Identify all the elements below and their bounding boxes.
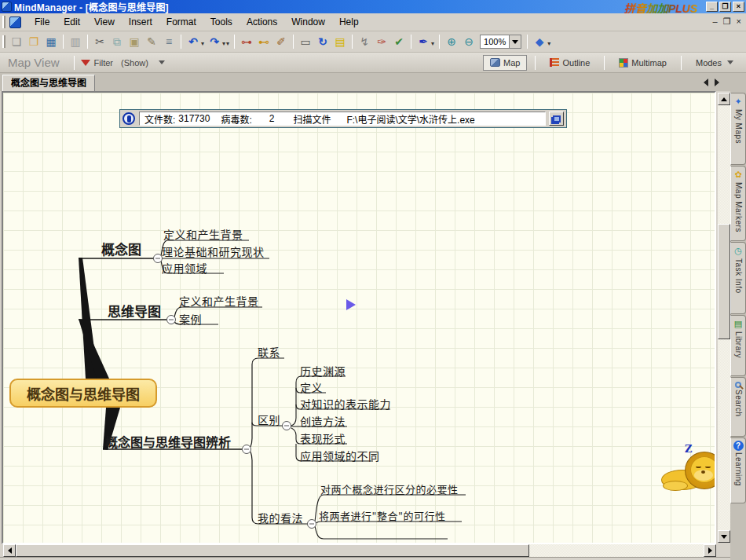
- collapse-toggle[interactable]: [308, 520, 316, 529]
- format-painter-icon[interactable]: ✎: [144, 34, 159, 49]
- close-button[interactable]: ×: [733, 2, 744, 12]
- topic[interactable]: 思维导图: [108, 301, 161, 320]
- subtopic[interactable]: 应用领域: [162, 260, 207, 276]
- scroll-up-icon[interactable]: [718, 93, 730, 105]
- show-dropdown-icon[interactable]: [159, 60, 165, 64]
- mdi-restore-button[interactable]: ❐: [723, 16, 731, 27]
- wrap-icon[interactable]: ↻: [315, 34, 331, 49]
- collapse-toggle[interactable]: [283, 422, 291, 430]
- open-icon[interactable]: ❐: [26, 34, 42, 49]
- subtopic[interactable]: 我的看法: [258, 510, 303, 525]
- subtopic[interactable]: 对知识的表示能力: [300, 396, 391, 412]
- menu-window[interactable]: Window: [284, 14, 332, 30]
- zoom-combobox[interactable]: 100%: [480, 35, 521, 49]
- menu-tools[interactable]: Tools: [203, 14, 240, 30]
- save-icon[interactable]: ▦: [43, 34, 59, 49]
- menu-help[interactable]: Help: [332, 14, 366, 30]
- menu-format[interactable]: Format: [159, 14, 203, 30]
- subtopic[interactable]: 定义和产生背景: [179, 293, 259, 309]
- zoom-dropdown-icon[interactable]: [509, 35, 521, 48]
- print-icon[interactable]: ▥: [68, 34, 83, 49]
- scroll-left-icon[interactable]: [3, 544, 16, 557]
- tools-icon[interactable]: ↯: [357, 34, 372, 49]
- notes-icon[interactable]: ✐: [273, 34, 289, 49]
- redo-dropdown-icon[interactable]: ▾: [222, 40, 225, 47]
- hyperlink-icon[interactable]: ⊶: [239, 34, 254, 49]
- mdi-minimize-button[interactable]: –: [713, 16, 718, 27]
- subtopic[interactable]: 区别: [258, 412, 280, 427]
- zoom-out-icon[interactable]: ⊖: [461, 34, 477, 49]
- cut-icon[interactable]: ✂: [92, 34, 108, 49]
- horizontal-scroll-thumb[interactable]: [16, 544, 529, 557]
- callout-icon[interactable]: ▤: [332, 34, 348, 49]
- mdi-close-button[interactable]: ×: [737, 16, 741, 27]
- multimap-view-button[interactable]: Multimap: [613, 56, 673, 70]
- menu-edit[interactable]: Edit: [57, 14, 87, 30]
- topic[interactable]: 概念图: [101, 239, 141, 258]
- show-dropdown[interactable]: (Show): [121, 58, 148, 68]
- scanner-restore-button[interactable]: [549, 112, 564, 126]
- subtopic[interactable]: 定义和产生背景: [163, 226, 243, 242]
- topic[interactable]: 概念图与思维导图辨析: [105, 432, 231, 451]
- vertical-scroll-thumb[interactable]: [718, 224, 730, 339]
- autoformat-icon[interactable]: ≡: [161, 34, 177, 49]
- subtopic[interactable]: 理论基础和研究现状: [162, 243, 265, 259]
- pen-icon[interactable]: ✒: [415, 34, 431, 49]
- edit-notes-icon[interactable]: ✑: [374, 34, 389, 49]
- vertical-scrollbar[interactable]: [718, 93, 730, 543]
- subtopic[interactable]: 创造方法: [300, 413, 346, 429]
- select-icon[interactable]: ▭: [298, 34, 313, 49]
- sidebar-tab-my-maps[interactable]: ✦ My Maps: [730, 93, 746, 165]
- modes-dropdown[interactable]: Modes: [689, 56, 740, 70]
- menu-view[interactable]: View: [87, 14, 122, 30]
- subtopic[interactable]: 定义: [300, 379, 323, 395]
- menu-file[interactable]: File: [27, 14, 57, 30]
- pen-dropdown-icon[interactable]: ▾: [431, 40, 434, 47]
- redo-icon[interactable]: ↷: [207, 34, 222, 49]
- collapse-toggle[interactable]: [167, 316, 176, 324]
- subtopic[interactable]: 联系: [258, 344, 280, 360]
- subtopic[interactable]: 案例: [179, 311, 202, 327]
- scroll-down-icon[interactable]: [718, 530, 730, 543]
- sidebar-tab-search[interactable]: Search: [730, 377, 746, 437]
- central-topic[interactable]: 概念图与思维导图: [9, 379, 157, 408]
- undo-dropdown-icon[interactable]: ▾: [201, 40, 204, 47]
- scroll-right-icon[interactable]: [704, 544, 716, 557]
- collapse-toggle[interactable]: [243, 445, 251, 454]
- sidebar-tab-task-info[interactable]: ◷ Task Info: [730, 242, 746, 314]
- tab-scroll-left-icon[interactable]: [704, 79, 708, 86]
- sidebar-tab-library[interactable]: ▤ Library: [730, 315, 746, 376]
- task-icon[interactable]: ✔: [391, 34, 407, 49]
- sidebar-tab-learning[interactable]: ? Learning: [730, 437, 746, 503]
- subtopic[interactable]: 将两者进行"整合"的可行性: [319, 508, 445, 523]
- filter-button[interactable]: Filter: [94, 58, 113, 68]
- subtopic[interactable]: 对两个概念进行区分的必要性: [320, 481, 459, 496]
- tab-scroll-right-icon[interactable]: [715, 79, 719, 86]
- fill-dropdown-icon[interactable]: ▾: [547, 40, 550, 47]
- paste-icon[interactable]: ▣: [126, 34, 142, 49]
- new-icon[interactable]: ❏: [9, 34, 24, 49]
- copy-icon[interactable]: ⧉: [109, 34, 125, 49]
- attachment-icon[interactable]: ⊷: [256, 34, 272, 49]
- toolbar-grip[interactable]: [2, 35, 5, 48]
- lion-assistant[interactable]: [661, 448, 715, 498]
- collapse-toggle[interactable]: [154, 254, 163, 263]
- zoom-in-icon[interactable]: ⊕: [444, 34, 459, 49]
- toolbar-options-icon[interactable]: ▾: [226, 40, 229, 47]
- toolbar-grip[interactable]: [2, 16, 5, 28]
- subtopic[interactable]: 表现形式: [300, 430, 346, 446]
- sidebar-tab-map-markers[interactable]: ✿ Map Markers: [730, 166, 746, 241]
- subtopic[interactable]: 历史渊源: [300, 363, 346, 379]
- play-marker-icon[interactable]: [346, 299, 356, 310]
- menu-actions[interactable]: Actions: [240, 14, 284, 30]
- map-canvas[interactable]: 文件数: 317730 病毒数: 2 扫描文件 F:\电子阅读\文学\水浒传上.…: [3, 93, 715, 543]
- restore-button[interactable]: ❐: [719, 2, 731, 12]
- menu-insert[interactable]: Insert: [122, 14, 159, 30]
- undo-icon[interactable]: ↶: [185, 34, 201, 49]
- map-view-button[interactable]: Map: [483, 55, 527, 71]
- minimize-button[interactable]: _: [706, 2, 718, 12]
- outline-view-button[interactable]: Outline: [543, 56, 596, 70]
- document-tab[interactable]: 概念图与思维导图: [2, 75, 95, 91]
- fill-color-icon[interactable]: ◆: [532, 34, 547, 49]
- horizontal-scrollbar[interactable]: [3, 544, 716, 557]
